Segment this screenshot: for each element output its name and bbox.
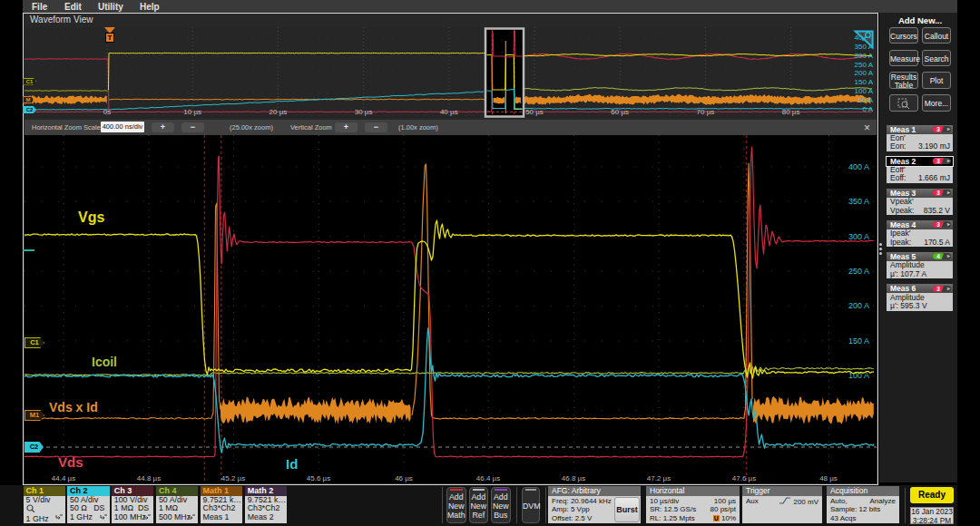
svg-text:250 A: 250 A bbox=[848, 267, 869, 276]
svg-text:350 A: 350 A bbox=[848, 197, 869, 206]
svg-text:300 A: 300 A bbox=[848, 232, 869, 241]
svg-text:0s: 0s bbox=[103, 108, 111, 116]
svg-text:10 µs: 10 µs bbox=[183, 108, 201, 116]
svg-text:250 A: 250 A bbox=[855, 61, 874, 69]
svg-text:50 µs: 50 µs bbox=[525, 108, 544, 116]
svg-text:20 µs: 20 µs bbox=[270, 108, 288, 116]
svg-text:0 A: 0 A bbox=[862, 105, 873, 113]
svg-text:100 A: 100 A bbox=[855, 87, 874, 95]
svg-text:400 A: 400 A bbox=[848, 162, 869, 171]
svg-text:200 A: 200 A bbox=[855, 69, 874, 77]
svg-text:60 µs: 60 µs bbox=[611, 108, 629, 116]
svg-text:150 A: 150 A bbox=[855, 78, 874, 86]
svg-text:80 µs: 80 µs bbox=[782, 108, 800, 116]
svg-text:40 µs: 40 µs bbox=[440, 108, 458, 116]
svg-text:70 µs: 70 µs bbox=[697, 108, 715, 116]
svg-text:300 A: 300 A bbox=[855, 52, 874, 60]
svg-text:150 A: 150 A bbox=[848, 336, 869, 346]
svg-text:200 A: 200 A bbox=[848, 301, 869, 310]
svg-text:50 A: 50 A bbox=[858, 96, 874, 104]
svg-text:30 µs: 30 µs bbox=[355, 108, 373, 116]
